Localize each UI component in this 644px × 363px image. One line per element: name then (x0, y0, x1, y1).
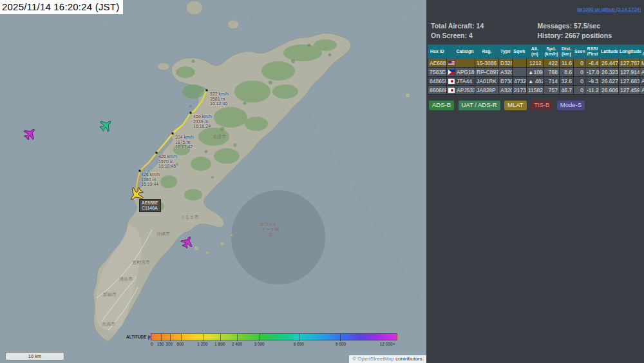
col-alt[interactable]: Alt. (m) (527, 45, 544, 59)
place-label-nago: 名護市 (213, 133, 226, 140)
legend-mlat[interactable]: MLAT (504, 101, 527, 110)
selected-aircraft-label[interactable]: AE688E C1146A (139, 199, 161, 212)
aircraft-table: Hex ID Callsign Reg. Type Sqwk Alt. (m) … (428, 44, 644, 95)
stat-total-aircraft: Total Aircraft: 14 (431, 21, 538, 31)
map-panel[interactable]: 522 km/h3581 m16:12:46 459 km/h2339 m16:… (0, 0, 426, 363)
github-version-link[interactable]: tar1090 on github (3.14.1724) (577, 6, 641, 12)
basemap-svg[interactable] (0, 0, 426, 363)
map-scale-bar: 10 km (5, 352, 64, 360)
col-seen[interactable]: Seen (574, 45, 585, 59)
osm-attribution-link[interactable]: © OpenStreetMap (352, 356, 394, 362)
table-row-86068f[interactable]: 86068F APJ533 JA828P A320 2173 11582 757… (428, 86, 644, 95)
stat-history: History: 2667 positions (538, 31, 644, 41)
legend-modes[interactable]: Mode-S (557, 101, 585, 110)
stat-on-screen: On Screen: 4 (431, 31, 538, 41)
place-label-uruma: うるま市 (180, 214, 199, 221)
legend-uat-adsr[interactable]: UAT / ADS-R (459, 101, 500, 110)
jp-flag-icon (448, 79, 455, 84)
okinawa-island (93, 1, 410, 342)
col-hex[interactable]: Hex ID (428, 45, 447, 59)
place-label-urasoe: 浦添市 (119, 276, 133, 282)
place-label-itoman: 糸満市 (102, 321, 115, 328)
restricted-zone-circle (231, 190, 325, 284)
green-aircraft-icon[interactable] (98, 117, 115, 134)
trail-label-4: 426 km/h1570 m16:18:45 (158, 154, 177, 169)
source-type-legend: ADS-B UAT / ADS-R MLAT TIS-B Mode-S (429, 98, 644, 110)
stats-block: Total Aircraft: 14 On Screen: 4 Messages… (426, 21, 644, 41)
col-lat[interactable]: Latitude (600, 45, 619, 59)
altitude-tick-labels: 0 150 300 600 1 200 1 800 2 400 3 000 6 … (151, 342, 397, 348)
col-lon[interactable]: Longitude (619, 45, 640, 59)
us-flag-icon (448, 61, 455, 66)
magenta-aircraft-west-icon[interactable] (22, 125, 39, 142)
col-sqwk[interactable]: Sqwk (513, 45, 527, 59)
sidebar: tar1090 on github (3.14.1724) Total Airc… (426, 0, 644, 363)
col-dist[interactable]: Dist. (km) (560, 45, 574, 59)
col-rssi[interactable]: RSSI /First (585, 45, 600, 59)
col-flag[interactable] (447, 45, 455, 59)
table-row-848659[interactable]: 848659 JTA44 JA01RK B738 4732 ▲ 4823 714… (428, 77, 644, 86)
trail-label-1: 522 km/h3581 m16:12:46 (210, 92, 229, 106)
stat-messages: Messages: 57.5/sec (538, 21, 644, 31)
place-label-white-beach: ホワイト・ビーチ周辺 (256, 222, 285, 237)
col-spd[interactable]: Spd. (km/h) (544, 45, 560, 59)
col-callsign[interactable]: Callsign (455, 45, 475, 59)
table-row-7583e4[interactable]: 7583E4 APG189 RP-C8975 A320 ▲10965 768 8… (428, 68, 644, 77)
trail-label-5: 426 km/h1280 m16:19:44 (141, 172, 160, 187)
tar1090-app: 522 km/h3581 m16:12:46 459 km/h2339 m16:… (0, 0, 644, 363)
ph-flag-icon (448, 70, 455, 75)
map-attribution: © OpenStreetMap contributors. (349, 355, 426, 363)
table-header-row: Hex ID Callsign Reg. Type Sqwk Alt. (m) … (428, 45, 644, 59)
table-row-ae688e[interactable]: AE688E 15-3086 D328 1212 422 11.6 0 -6.4… (428, 59, 644, 68)
trail-label-2: 459 km/h2339 m16:16:24 (193, 114, 212, 129)
legend-tisb[interactable]: TIS-B (531, 101, 553, 110)
legend-adsb[interactable]: ADS-B (429, 101, 454, 110)
place-label-okinawa-city: 沖縄市 (156, 231, 170, 237)
place-label-ginowan: 宜野湾市 (132, 259, 150, 266)
magenta-aircraft-south-icon[interactable] (180, 234, 195, 250)
col-reg[interactable]: Reg. (475, 45, 499, 59)
trail-label-3: 394 km/h1875 m16:17:42 (175, 135, 194, 150)
jp-flag-icon (448, 88, 455, 93)
col-type[interactable]: Type (499, 45, 513, 59)
place-label-naha: 那覇市 (103, 291, 117, 298)
altitude-gradient-bar (151, 333, 397, 340)
clock: 2025/11/14 16:20:24 (JST) (0, 0, 123, 14)
